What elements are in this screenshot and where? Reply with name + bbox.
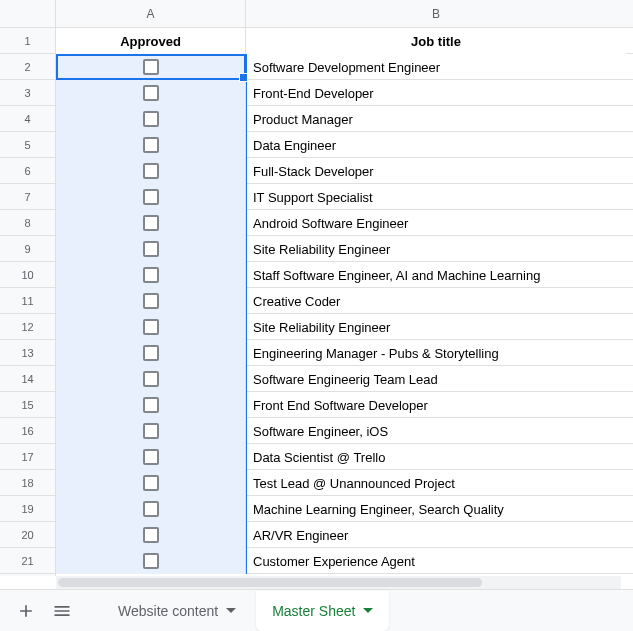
cell-jobtitle[interactable]: Customer Experience Agent (246, 548, 626, 574)
cell-approved[interactable] (56, 132, 246, 158)
approved-checkbox[interactable] (143, 397, 159, 413)
cell-approved[interactable] (56, 470, 246, 496)
approved-checkbox[interactable] (143, 241, 159, 257)
cell-approved[interactable] (56, 366, 246, 392)
row-header[interactable]: 4 (0, 106, 55, 132)
approved-checkbox[interactable] (143, 475, 159, 491)
header-cell-approved[interactable]: Approved (56, 28, 246, 54)
cell-approved[interactable] (56, 340, 246, 366)
row-header[interactable]: 7 (0, 184, 55, 210)
approved-checkbox[interactable] (143, 163, 159, 179)
approved-checkbox[interactable] (143, 527, 159, 543)
cell-approved[interactable] (56, 106, 246, 132)
row-header[interactable]: 16 (0, 418, 55, 444)
cell-jobtitle[interactable]: Data Engineer (246, 132, 626, 158)
approved-checkbox[interactable] (143, 215, 159, 231)
approved-checkbox[interactable] (143, 189, 159, 205)
cell-jobtitle[interactable]: Software Engineer, iOS (246, 418, 626, 444)
cell-jobtitle[interactable]: Data Scientist @ Trello (246, 444, 626, 470)
row-header[interactable]: 13 (0, 340, 55, 366)
scrollbar-thumb[interactable] (58, 578, 482, 587)
table-row: Creative Coder (56, 288, 633, 314)
cell-approved[interactable] (56, 158, 246, 184)
cell-jobtitle[interactable]: Android Software Engineer (246, 210, 626, 236)
approved-checkbox[interactable] (143, 319, 159, 335)
row-header[interactable]: 15 (0, 392, 55, 418)
row-header[interactable]: 8 (0, 210, 55, 236)
row-header[interactable]: 1 (0, 28, 55, 54)
cell-jobtitle[interactable]: Engineering Manager - Pubs & Storytellin… (246, 340, 626, 366)
column-header-b[interactable]: B (246, 0, 626, 28)
spreadsheet-grid: A B 123456789101112131415161718192021 Ap… (0, 0, 633, 576)
cell-jobtitle[interactable]: Software Development Engineer (246, 54, 626, 80)
approved-checkbox[interactable] (143, 345, 159, 361)
row-header[interactable]: 14 (0, 366, 55, 392)
approved-checkbox[interactable] (143, 267, 159, 283)
cell-approved[interactable] (56, 236, 246, 262)
cell-jobtitle[interactable]: Machine Learning Engineer, Search Qualit… (246, 496, 626, 522)
tab-master-sheet[interactable]: Master Sheet (256, 591, 389, 631)
approved-checkbox[interactable] (143, 293, 159, 309)
chevron-down-icon[interactable] (226, 608, 236, 614)
cell-jobtitle[interactable]: Product Manager (246, 106, 626, 132)
cell-approved[interactable] (56, 496, 246, 522)
horizontal-scrollbar[interactable] (56, 576, 621, 589)
table-row: Data Scientist @ Trello (56, 444, 633, 470)
approved-checkbox[interactable] (143, 85, 159, 101)
table-row: IT Support Specialist (56, 184, 633, 210)
row-header[interactable]: 11 (0, 288, 55, 314)
row-header[interactable]: 10 (0, 262, 55, 288)
cell-jobtitle[interactable]: Site Reliability Engineer (246, 236, 626, 262)
cell-jobtitle[interactable]: Creative Coder (246, 288, 626, 314)
approved-checkbox[interactable] (143, 371, 159, 387)
row-header[interactable]: 17 (0, 444, 55, 470)
cell-jobtitle[interactable]: Front End Software Developer (246, 392, 626, 418)
cell-approved[interactable] (56, 548, 246, 574)
cell-jobtitle[interactable]: IT Support Specialist (246, 184, 626, 210)
approved-checkbox[interactable] (143, 423, 159, 439)
row-header[interactable]: 19 (0, 496, 55, 522)
chevron-down-icon[interactable] (363, 608, 373, 614)
cell-approved[interactable] (56, 288, 246, 314)
row-header[interactable]: 12 (0, 314, 55, 340)
row-header[interactable]: 6 (0, 158, 55, 184)
cell-approved[interactable] (56, 392, 246, 418)
approved-checkbox[interactable] (143, 501, 159, 517)
row-header[interactable]: 18 (0, 470, 55, 496)
cell-approved[interactable] (56, 210, 246, 236)
cell-approved[interactable] (56, 80, 246, 106)
cell-jobtitle[interactable]: Front-End Developer (246, 80, 626, 106)
table-row: Software Engineer, iOS (56, 418, 633, 444)
row-header[interactable]: 2 (0, 54, 55, 80)
cell-jobtitle[interactable]: AR/VR Engineer (246, 522, 626, 548)
cell-approved[interactable] (56, 522, 246, 548)
table-row: Data Engineer (56, 132, 633, 158)
tab-website-content[interactable]: Website content (102, 591, 252, 631)
row-header[interactable]: 21 (0, 548, 55, 574)
cell-jobtitle[interactable]: Full-Stack Developer (246, 158, 626, 184)
select-all-corner[interactable] (0, 0, 56, 28)
row-header[interactable]: 5 (0, 132, 55, 158)
row-header[interactable]: 3 (0, 80, 55, 106)
cell-jobtitle[interactable]: Test Lead @ Unannounced Project (246, 470, 626, 496)
cell-approved[interactable] (56, 54, 246, 80)
approved-checkbox[interactable] (143, 553, 159, 569)
cell-approved[interactable] (56, 184, 246, 210)
cell-jobtitle[interactable]: Software Engineerig Team Lead (246, 366, 626, 392)
cell-approved[interactable] (56, 444, 246, 470)
header-cell-jobtitle[interactable]: Job title (246, 28, 626, 54)
add-sheet-button[interactable] (8, 593, 44, 629)
approved-checkbox[interactable] (143, 449, 159, 465)
column-header-a[interactable]: A (56, 0, 246, 28)
cell-approved[interactable] (56, 262, 246, 288)
row-header[interactable]: 9 (0, 236, 55, 262)
cell-jobtitle[interactable]: Site Reliability Engineer (246, 314, 626, 340)
approved-checkbox[interactable] (143, 59, 159, 75)
cell-approved[interactable] (56, 418, 246, 444)
cell-approved[interactable] (56, 314, 246, 340)
approved-checkbox[interactable] (143, 111, 159, 127)
row-header[interactable]: 20 (0, 522, 55, 548)
cell-jobtitle[interactable]: Staff Software Engineer, AI and Machine … (246, 262, 626, 288)
all-sheets-button[interactable] (44, 593, 80, 629)
approved-checkbox[interactable] (143, 137, 159, 153)
